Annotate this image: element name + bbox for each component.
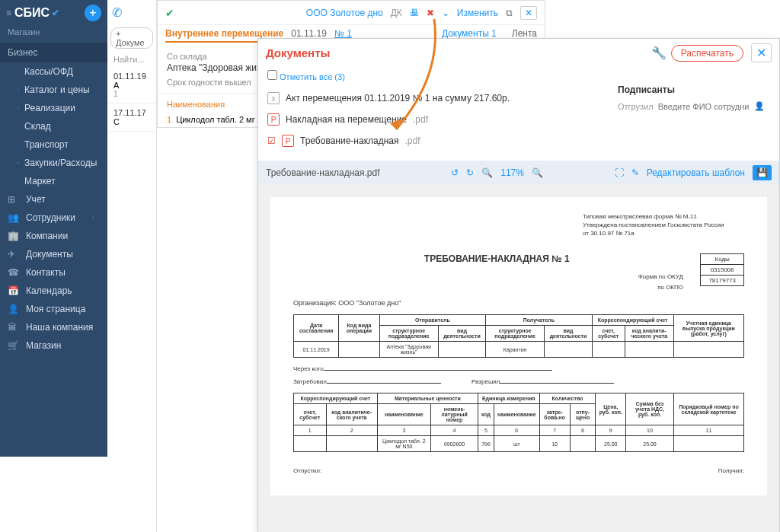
file-item-selected[interactable]: ☑ P Требование-накладная.pdf xyxy=(258,130,779,151)
pdf-viewport[interactable]: Типовая межотраслевая форма № М-11 Утвер… xyxy=(258,185,779,532)
pdf-table-items: Корреспондирующий счет Материальные ценн… xyxy=(293,393,744,452)
save-icon[interactable]: 💾 xyxy=(753,165,772,180)
user-icon: 👤 xyxy=(8,304,20,314)
sidebar-item-company[interactable]: 🏛Наша компания xyxy=(0,318,107,336)
pdf-filename: Требование-накладная.pdf xyxy=(266,167,380,178)
close-icon[interactable]: ✕ xyxy=(751,43,772,62)
doc-number[interactable]: № 1 xyxy=(334,28,352,39)
pdf-icon: P xyxy=(282,135,294,147)
people-icon: 👥 xyxy=(8,212,20,223)
user-icon[interactable]: 👤 xyxy=(754,101,765,111)
sidebar-item-market[interactable]: Маркет xyxy=(0,172,107,190)
fullscreen-icon[interactable]: ⛶ xyxy=(615,167,624,178)
search-input[interactable]: Найти... xyxy=(107,52,156,67)
file-item[interactable]: P Накладная на перемещение.pdf xyxy=(258,109,779,130)
rotate-right-icon[interactable]: ↻ xyxy=(466,167,474,178)
sidebar-item-kassy[interactable]: Кассы/ОФД xyxy=(0,62,107,81)
tab-lenta[interactable]: Лента xyxy=(512,28,537,39)
zoom-icon[interactable]: 🔍 xyxy=(532,167,543,178)
copy-icon[interactable]: ⧉ xyxy=(506,8,513,18)
sidebar-item-catalog[interactable]: ›Каталог и цены xyxy=(0,81,107,99)
edit-icon[interactable]: ✎ xyxy=(631,167,639,178)
sidebar-item-transport[interactable]: Транспорт xyxy=(0,135,107,154)
company-icon: 🏛 xyxy=(8,322,20,333)
mark-all-checkbox[interactable] xyxy=(267,70,277,80)
signers-title: Подписанты xyxy=(618,84,770,95)
xml-icon: x xyxy=(267,92,280,104)
doc-list-column: ✆ + Докуме Найти... 01.11.19 А1 17.11.17… xyxy=(107,0,157,532)
chevron-down-icon[interactable]: ⌄ xyxy=(442,8,449,18)
mark-all[interactable]: Отметить все (3) xyxy=(258,67,779,84)
signers-block: Подписанты Отгрузил 👤 xyxy=(618,84,770,111)
pdf-toolbar: Требование-накладная.pdf ↺ ↻ 🔍 117% 🔍 ⛶ … xyxy=(258,161,779,185)
phone-icon: ☎ xyxy=(8,267,20,278)
doc-date: 01.11.19 xyxy=(291,28,327,39)
sidebar-item-kontakty[interactable]: ☎Контакты xyxy=(0,263,107,282)
sidebar-item-sotrudniki[interactable]: 👥Сотрудники› xyxy=(0,209,107,227)
pdf-icon: P xyxy=(267,113,280,126)
send-icon: ✈ xyxy=(8,249,20,260)
pdf-table-header: Дата составления Код вида операции Отпра… xyxy=(293,314,744,358)
pdf-page: Типовая межотраслевая форма № М-11 Утвер… xyxy=(270,197,767,495)
signer-input[interactable] xyxy=(658,102,750,111)
tab-docs[interactable]: Документы 1 xyxy=(442,28,497,39)
sidebar-item-mypage[interactable]: 👤Моя страница xyxy=(0,300,107,318)
logo: СБИС✔ xyxy=(14,6,85,20)
rotate-left-icon[interactable]: ↺ xyxy=(451,167,459,178)
phone-icon[interactable]: ✆ xyxy=(112,5,122,20)
change-link[interactable]: Изменить xyxy=(457,8,498,18)
edit-template-link[interactable]: Редактировать шаблон xyxy=(647,167,745,178)
documents-panel: Документы 🔧 Распечатать ✕ Отметить все (… xyxy=(257,38,780,532)
grid-icon: ⊞ xyxy=(8,194,20,205)
pdf-title: ТРЕБОВАНИЕ-НАКЛАДНАЯ № 1 xyxy=(293,253,744,264)
bird-icon: ✔ xyxy=(52,8,59,18)
delete-icon[interactable]: ✖ xyxy=(427,8,434,18)
sidebar-item-uchet[interactable]: ⊞Учет xyxy=(0,190,107,209)
cart-icon: 🛒 xyxy=(8,340,20,351)
print-button[interactable]: Распечатать xyxy=(671,45,743,62)
panel-title: Документы xyxy=(266,46,647,59)
check-icon[interactable]: ✔ xyxy=(165,7,174,19)
print-icon[interactable]: 🖶 xyxy=(410,8,419,18)
sidebar-item-shop[interactable]: 🛒Магазин xyxy=(0,336,107,355)
check-icon: ☑ xyxy=(267,135,276,146)
sidebar-item-kompanii[interactable]: 🏢Компании xyxy=(0,227,107,245)
sidebar-item-dokumenty[interactable]: ✈Документы xyxy=(0,245,107,263)
sidebar-item-realiz[interactable]: ›Реализации xyxy=(0,99,107,117)
sent-label: Отгрузил xyxy=(618,102,654,111)
sidebar-item-kalendar[interactable]: 📅Календарь xyxy=(0,282,107,300)
list-item[interactable]: 17.11.17 С xyxy=(107,104,156,132)
sidebar-item-sklad[interactable]: Склад xyxy=(0,117,107,135)
building-icon: 🏢 xyxy=(8,231,20,241)
org-link[interactable]: ООО Золотое дно xyxy=(306,8,383,18)
zoom-value[interactable]: 117% xyxy=(500,167,524,178)
sidebar-section: Бизнес xyxy=(0,43,107,62)
add-doc-button[interactable]: + Докуме xyxy=(110,27,153,49)
menu-icon[interactable]: ≡ xyxy=(6,8,11,18)
list-item[interactable]: 01.11.19 А1 xyxy=(107,67,156,104)
sidebar-subtitle: Магазин xyxy=(0,26,107,43)
sidebar-item-zakupki[interactable]: ›Закупки/Расходы xyxy=(0,154,107,172)
add-button[interactable]: + xyxy=(85,5,101,21)
calendar-icon: 📅 xyxy=(8,285,20,296)
sidebar: ≡ СБИС✔ + Магазин Бизнес Кассы/ОФД ›Ката… xyxy=(0,0,107,457)
wrench-icon[interactable]: 🔧 xyxy=(651,46,667,60)
search-icon[interactable]: 🔍 xyxy=(481,167,493,178)
close-icon[interactable]: ✕ xyxy=(520,6,537,20)
dk-label: ДК xyxy=(391,8,402,18)
